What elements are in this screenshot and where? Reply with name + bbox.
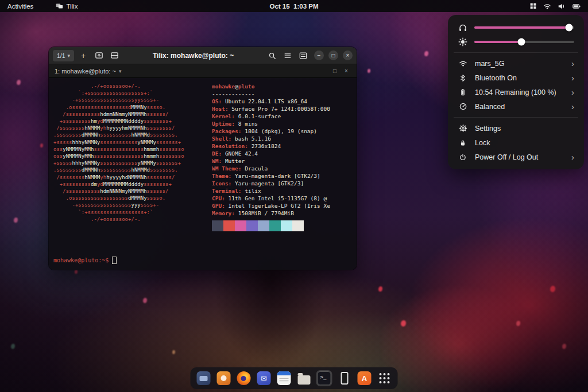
session-tab-bar: 1: mohawke@pluto: ~ ▾ □ × xyxy=(49,64,357,78)
lock-menu-item[interactable]: Lock xyxy=(452,135,579,150)
neofetch-info: mohawke@pluto ------------- OS: Ubuntu 2… xyxy=(212,83,330,231)
chevron-right-icon: › xyxy=(571,88,574,96)
chevron-right-icon: › xyxy=(571,59,574,68)
terminal-maximize-button[interactable]: □ xyxy=(330,68,339,74)
session-menu-button[interactable] xyxy=(281,49,294,62)
neofetch-info-line: Uptime: 8 mins xyxy=(212,120,330,127)
split-terminal-down-button[interactable] xyxy=(108,49,121,62)
battery-icon xyxy=(572,2,581,10)
power-off-menu-item[interactable]: Power Off / Log Out › xyxy=(452,150,579,164)
split-terminal-right-button[interactable] xyxy=(92,49,105,62)
bluetooth-label: Bluetooth On xyxy=(475,74,517,82)
system-tray-button[interactable] xyxy=(529,0,588,12)
focused-app-name: Tilix xyxy=(66,3,78,10)
bluetooth-menu-item[interactable]: Bluetooth On › xyxy=(452,71,579,85)
terminal-screen[interactable]: .-/+oossssoo+/-. `:+ssssssssssssssssss+:… xyxy=(49,78,357,270)
volume-slider[interactable] xyxy=(452,20,579,34)
quick-settings-panel: mars_5G › Bluetooth On › 10:54 Remaining… xyxy=(448,15,584,169)
brightness-icon xyxy=(458,37,467,46)
split-down-icon xyxy=(110,51,119,60)
tilix-app-icon xyxy=(56,2,63,10)
dock-item-tilix[interactable] xyxy=(316,370,332,386)
dock-item-mail[interactable]: ✉ xyxy=(256,370,272,386)
neofetch-info-line: Theme: Yaru-magenta-dark [GTK2/3] xyxy=(212,172,330,180)
battery-icon xyxy=(459,88,467,96)
power-profile-menu-item[interactable]: Balanced › xyxy=(452,99,579,114)
show-applications-icon xyxy=(378,371,392,385)
top-bar: Activities Tilix Oct 15 1:03 PM xyxy=(0,0,588,12)
desktop: Activities Tilix Oct 15 1:03 PM xyxy=(0,0,588,392)
focused-app-menu[interactable]: Tilix xyxy=(56,2,78,10)
session-tab[interactable]: 1: mohawke@pluto: ~ xyxy=(55,68,116,75)
tilix-window: 1/1 ▾ + Tilix: mohawke@pluto: ~ xyxy=(49,47,357,270)
maximize-button[interactable]: □ xyxy=(328,51,338,60)
chevron-down-icon: ▾ xyxy=(68,53,71,59)
battery-label: 10:54 Remaining (100 %) xyxy=(475,88,556,96)
neofetch-user-host: mohawke@pluto xyxy=(212,83,330,90)
neofetch-info-line: WM Theme: Dracula xyxy=(212,165,330,172)
power-profile-label: Balanced xyxy=(475,103,505,111)
dock-item-file-manager[interactable] xyxy=(196,370,212,386)
split-right-icon xyxy=(95,51,103,60)
terminal-cursor xyxy=(112,257,117,264)
media-app-icon xyxy=(217,371,231,385)
neofetch-info-line: CPU: 11th Gen Intel i5-1135G7 (8) @ xyxy=(212,195,330,202)
neofetch-info-line: Resolution: 2736x1824 xyxy=(212,142,330,150)
chevron-right-icon: › xyxy=(571,73,574,82)
dock: ✉ A xyxy=(191,367,398,389)
wifi-icon xyxy=(543,2,551,10)
clock-button[interactable]: Oct 15 1:03 PM xyxy=(269,3,318,10)
settings-label: Settings xyxy=(475,125,501,133)
hamburger-menu-icon xyxy=(284,52,292,60)
dock-item-writer[interactable] xyxy=(276,370,292,386)
bluetooth-icon xyxy=(459,74,467,82)
neofetch-ascii-logo: .-/+oossssoo+/-. `:+ssssssssssssssssss+:… xyxy=(53,83,184,223)
chevron-right-icon: › xyxy=(571,102,574,111)
session-switcher-button[interactable]: 1/1 ▾ xyxy=(53,50,74,61)
brightness-slider-knob[interactable] xyxy=(517,38,525,45)
list-panel-icon xyxy=(299,52,307,60)
brightness-slider[interactable] xyxy=(452,34,579,49)
dock-item-show-apps[interactable] xyxy=(377,370,393,386)
neofetch-info-line: Host: Surface Pro 7+ 124I:00058T:000 xyxy=(212,105,330,112)
dock-item-software[interactable]: A xyxy=(357,370,373,386)
settings-menu-item[interactable]: Settings xyxy=(452,121,579,135)
neofetch-separator: ------------- xyxy=(212,90,330,98)
brightness-slider-track[interactable] xyxy=(474,41,574,43)
folder-icon xyxy=(298,375,311,385)
power-icon xyxy=(459,153,467,161)
headphones-icon xyxy=(458,23,467,32)
close-button[interactable]: × xyxy=(343,51,353,60)
wifi-menu-item[interactable]: mars_5G › xyxy=(452,56,579,71)
new-session-button[interactable]: + xyxy=(77,49,90,62)
divider xyxy=(454,117,578,118)
neofetch-info-lines: mohawke@pluto ------------- OS: Ubuntu 2… xyxy=(212,83,330,217)
sidebar-menu-button[interactable] xyxy=(297,49,310,62)
minimize-button[interactable]: − xyxy=(314,51,324,60)
document-icon xyxy=(277,371,291,385)
wifi-label: mars_5G xyxy=(475,60,504,68)
terminal-color-palette xyxy=(212,220,330,231)
dock-item-phone[interactable] xyxy=(336,370,353,386)
dock-item-firefox[interactable] xyxy=(236,370,252,386)
chevron-right-icon: › xyxy=(571,153,574,161)
neofetch-info-line: GPU: Intel TigerLake-LP GT2 [Iris Xe xyxy=(212,202,330,209)
neofetch-info-line: Memory: 1508MiB / 7794MiB xyxy=(212,209,330,217)
volume-slider-track[interactable] xyxy=(474,26,574,29)
dock-item-files[interactable] xyxy=(296,370,312,386)
tilix-titlebar[interactable]: 1/1 ▾ + Tilix: mohawke@pluto: ~ xyxy=(49,47,357,64)
neofetch-info-line: Kernel: 6.0.1-surface xyxy=(212,112,330,120)
neofetch-info-line: Packages: 1804 (dpkg), 19 (snap) xyxy=(212,127,330,135)
activities-button[interactable]: Activities xyxy=(0,0,41,12)
dock-item-media-app[interactable] xyxy=(216,370,232,386)
terminal-close-button[interactable]: × xyxy=(342,68,351,74)
divider xyxy=(454,52,578,53)
battery-menu-item[interactable]: 10:54 Remaining (100 %) › xyxy=(452,85,579,99)
search-button[interactable] xyxy=(266,49,278,62)
session-counter: 1/1 xyxy=(57,52,65,59)
shell-prompt: mohawke@pluto:~$ xyxy=(53,257,117,264)
lock-label: Lock xyxy=(475,139,490,147)
mail-icon: ✉ xyxy=(257,371,271,385)
volume-slider-knob[interactable] xyxy=(566,24,573,31)
search-icon xyxy=(268,52,276,60)
